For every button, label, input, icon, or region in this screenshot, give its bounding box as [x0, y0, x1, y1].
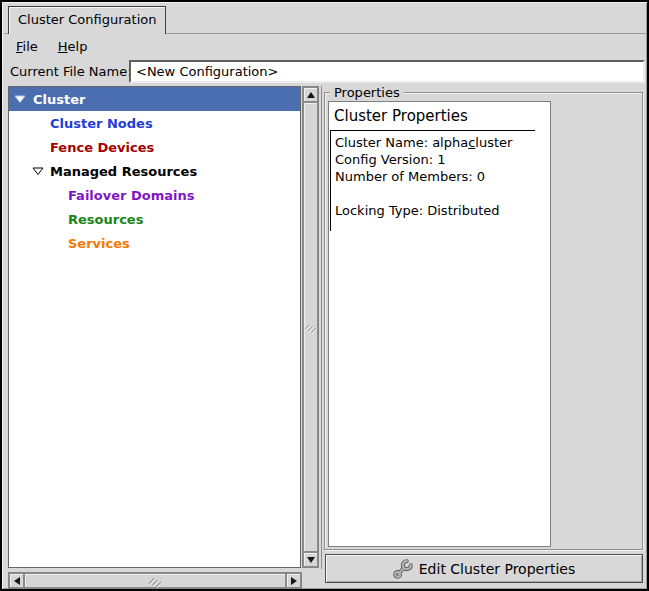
tree-item-label: Cluster	[33, 92, 85, 107]
tab-label: Cluster Configuration	[18, 12, 156, 27]
menu-help-rest: elp	[68, 39, 88, 54]
expander-open-icon[interactable]	[14, 94, 26, 104]
tree-item-cluster[interactable]: Cluster	[9, 87, 300, 111]
tree-item-label: Resources	[68, 212, 143, 227]
cluster-name-pre: Cluster Name: alpha	[335, 135, 468, 150]
tree-vertical-scrollbar[interactable]	[302, 86, 319, 568]
vertical-scrollbar-thumb[interactable]	[303, 102, 318, 552]
expander-open-icon[interactable]	[32, 166, 44, 176]
text-left-rule	[330, 130, 331, 231]
tree-item-resources[interactable]: Resources	[9, 207, 300, 231]
menu-file-rest: ile	[23, 39, 38, 54]
edit-cluster-properties-button[interactable]: Edit Cluster Properties	[325, 554, 643, 583]
current-file-name-label: Current File Name:	[10, 64, 132, 79]
cluster-name-line: Cluster Name: alphacluster	[335, 134, 512, 151]
tree-item-label: Services	[68, 236, 130, 251]
heading-underline	[330, 130, 535, 131]
members-line: Number of Members: 0	[335, 168, 512, 185]
wrench-icon	[393, 559, 413, 579]
scroll-up-button[interactable]	[303, 87, 318, 102]
blank-line	[335, 185, 512, 202]
tree-item-label: Managed Resources	[50, 164, 197, 179]
scroll-right-button[interactable]	[286, 573, 301, 588]
tree-horizontal-scrollbar[interactable]	[8, 572, 302, 589]
tree-item-label: Fence Devices	[50, 140, 154, 155]
tree-item-label: Cluster Nodes	[50, 116, 153, 131]
scroll-down-button[interactable]	[303, 552, 318, 567]
menubar: File Help	[6, 36, 97, 58]
properties-panel: Cluster Properties Cluster Name: alphacl…	[328, 101, 551, 547]
menu-help-mnemonic: H	[58, 39, 68, 54]
down-arrow-icon	[307, 557, 315, 563]
thumb-grip-icon	[148, 574, 162, 588]
tree-item-failover-domains[interactable]: Failover Domains	[9, 183, 300, 207]
tree-item-managed-resources[interactable]: Managed Resources	[9, 159, 300, 183]
cluster-configuration-window: Cluster Configuration File Help Current …	[0, 0, 649, 591]
scroll-left-button[interactable]	[9, 573, 24, 588]
cluster-tree: Cluster Cluster Nodes Fence Devices Mana…	[8, 86, 301, 568]
locking-type-line: Locking Type: Distributed	[335, 202, 512, 219]
properties-frame-label: Properties	[330, 85, 404, 100]
menu-help[interactable]: Help	[48, 36, 98, 58]
config-version-line: Config Version: 1	[335, 151, 512, 168]
left-arrow-icon	[14, 577, 20, 585]
tab-cluster-configuration[interactable]: Cluster Configuration	[8, 6, 166, 34]
edit-button-label: Edit Cluster Properties	[419, 561, 575, 577]
tree-item-fence-devices[interactable]: Fence Devices	[9, 135, 300, 159]
cluster-name-post: luster	[475, 135, 512, 150]
properties-text: Cluster Name: alphacluster Config Versio…	[335, 134, 512, 219]
tree-item-services[interactable]: Services	[9, 231, 300, 255]
horizontal-scrollbar-thumb[interactable]	[24, 573, 286, 588]
pane-splitter[interactable]	[321, 86, 322, 569]
thumb-grip-icon	[304, 320, 317, 334]
tree-item-label: Failover Domains	[68, 188, 194, 203]
menu-file[interactable]: File	[6, 36, 48, 58]
current-file-name-input[interactable]	[129, 60, 645, 83]
properties-heading: Cluster Properties	[334, 107, 468, 125]
up-arrow-icon	[307, 92, 315, 98]
tree-item-cluster-nodes[interactable]: Cluster Nodes	[9, 111, 300, 135]
right-arrow-icon	[291, 577, 297, 585]
